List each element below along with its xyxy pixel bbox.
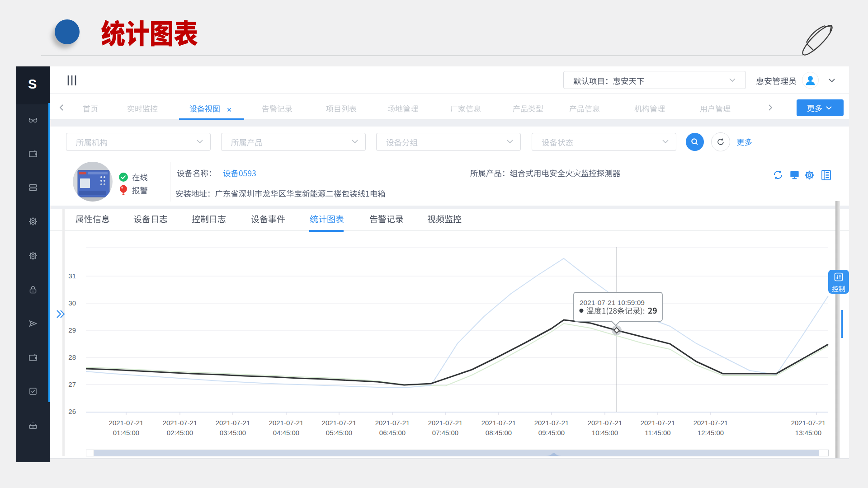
svg-text:2021-07-21: 2021-07-21 [588, 419, 623, 427]
svg-text:07:45:00: 07:45:00 [432, 429, 458, 436]
svg-text:2021-07-21: 2021-07-21 [216, 419, 250, 427]
svg-text:13:45:00: 13:45:00 [795, 429, 821, 436]
svg-text:27: 27 [68, 380, 76, 388]
svg-text:31: 31 [68, 272, 76, 280]
svg-text:28: 28 [68, 353, 76, 361]
svg-text:2021-07-21: 2021-07-21 [791, 419, 826, 427]
svg-text:2021-07-21: 2021-07-21 [693, 419, 728, 427]
svg-text:2021-07-21: 2021-07-21 [109, 419, 144, 427]
svg-text:08:45:00: 08:45:00 [486, 429, 512, 436]
svg-text:10:45:00: 10:45:00 [592, 429, 618, 436]
svg-text:2021-07-21: 2021-07-21 [163, 419, 198, 427]
svg-text:03:45:00: 03:45:00 [220, 429, 246, 436]
svg-text:04:45:00: 04:45:00 [273, 429, 299, 436]
svg-text:2021-07-21: 2021-07-21 [322, 419, 357, 427]
svg-text:29: 29 [68, 326, 76, 334]
svg-text:05:45:00: 05:45:00 [326, 429, 352, 436]
svg-text:2021-07-21: 2021-07-21 [641, 419, 675, 427]
svg-text:2021-07-21: 2021-07-21 [428, 419, 463, 427]
svg-text:11:45:00: 11:45:00 [645, 429, 670, 436]
svg-text:2021-07-21 10:59:09: 2021-07-21 10:59:09 [580, 299, 645, 306]
svg-text:2021-07-21: 2021-07-21 [481, 419, 516, 427]
svg-text:06:45:00: 06:45:00 [379, 429, 406, 436]
svg-text:12:45:00: 12:45:00 [698, 429, 724, 436]
svg-text:09:45:00: 09:45:00 [538, 429, 565, 436]
svg-text:2021-07-21: 2021-07-21 [269, 419, 304, 427]
svg-text:2021-07-21: 2021-07-21 [375, 419, 410, 427]
svg-text:26: 26 [68, 408, 76, 415]
svg-text:01:45:00: 01:45:00 [113, 429, 139, 436]
svg-text:02:45:00: 02:45:00 [167, 429, 193, 436]
svg-text:2021-07-21: 2021-07-21 [534, 419, 569, 427]
svg-text:30: 30 [68, 299, 76, 307]
